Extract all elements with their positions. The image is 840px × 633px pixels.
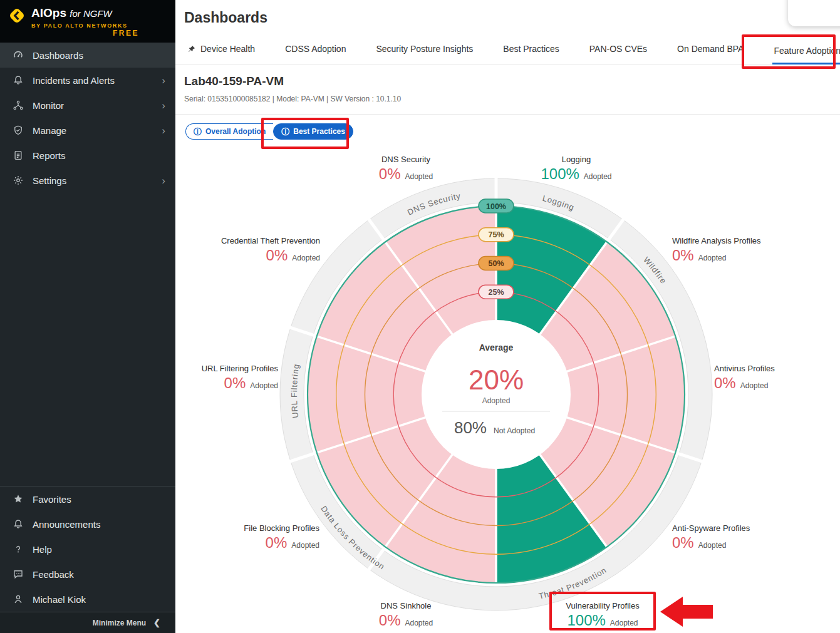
center-adopted-label: Adopted (482, 396, 511, 405)
sidebar-item-label: Announcements (33, 519, 100, 530)
chevron-right-icon: › (162, 175, 165, 186)
question-icon (13, 543, 24, 555)
tab-pan-os-cves[interactable]: PAN-OS CVEs (588, 44, 648, 64)
tab-on-demand-bpa[interactable]: On Demand BPA (676, 44, 745, 64)
sidebar-item-settings[interactable]: Settings› (0, 168, 175, 193)
device-meta: Serial: 015351000085182 | Model: PA-VM |… (184, 95, 840, 103)
page-title: Dashboards (184, 9, 840, 26)
tab-label: Best Practices (503, 44, 559, 54)
ring-tick-badge: 100% (479, 199, 514, 213)
adoption-wheel: DNS SecurityLoggingWildfireThreat Preven… (175, 148, 840, 633)
tab-cdss-adoption[interactable]: CDSS Adoption (284, 44, 347, 64)
tab-bar: Device HealthCDSS AdoptionSecurity Postu… (175, 34, 840, 64)
chevron-left-icon: ❮ (153, 618, 160, 627)
tab-label: PAN-OS CVEs (589, 44, 647, 54)
chevron-right-icon: › (162, 75, 165, 86)
tab-feature-adoption[interactable]: Feature Adoption (772, 46, 840, 64)
ring-tick-badge: 75% (479, 228, 514, 242)
user-icon (13, 594, 24, 605)
sidebar-item-label: Favorites (33, 494, 71, 505)
sidebar-item-label: Incidents and Alerts (33, 75, 115, 86)
sidebar: AIOps for NGFW BY PALO ALTO NETWORKS FRE… (0, 0, 175, 633)
sidebar-nav: DashboardsIncidents and Alerts›Monitor›M… (0, 43, 175, 193)
bell-icon (13, 75, 24, 86)
sidebar-item-announcements[interactable]: Announcements (0, 512, 175, 537)
tab-label: On Demand BPA (677, 44, 744, 54)
pin-icon (187, 44, 196, 54)
sidebar-footer-nav: FavoritesAnnouncementsHelpFeedbackMichae… (0, 486, 175, 612)
star-icon (13, 493, 24, 505)
sidebar-item-michael-kiok[interactable]: Michael Kiok (0, 587, 175, 612)
sidebar-item-label: Reports (33, 150, 66, 161)
tab-label: Device Health (200, 44, 255, 54)
svg-text:100%: 100% (486, 202, 506, 211)
view-toggle: ⓘOverall AdoptionⓘBest Practices (185, 123, 353, 140)
sidebar-item-label: Monitor (33, 100, 64, 111)
center-adopted-value: 20% (469, 364, 524, 395)
app-logo: AIOps for NGFW BY PALO ALTO NETWORKS FRE… (0, 0, 175, 43)
gear-icon (13, 175, 24, 186)
dashboard-icon (13, 49, 24, 61)
info-icon: ⓘ (194, 128, 202, 136)
tab-best-practices[interactable]: Best Practices (502, 44, 560, 64)
toggle-overall-adoption[interactable]: ⓘOverall Adoption (185, 123, 273, 140)
sidebar-item-manage[interactable]: Manage› (0, 118, 175, 143)
document-icon (13, 150, 24, 161)
sidebar-item-label: Feedback (33, 569, 74, 580)
sidebar-item-label: Dashboards (33, 50, 83, 61)
brand-subtitle: BY PALO ALTO NETWORKS (31, 23, 128, 29)
toggle-label: Overall Adoption (205, 127, 266, 136)
toggle-label: Best Practices (293, 127, 345, 136)
sidebar-item-label: Help (33, 544, 52, 555)
bell-icon (13, 518, 24, 530)
info-icon: ⓘ (281, 128, 289, 136)
free-badge: FREE (113, 29, 139, 38)
sidebar-item-help[interactable]: Help (0, 537, 175, 562)
toggle-best-practices[interactable]: ⓘBest Practices (273, 123, 353, 140)
sidebar-item-feedback[interactable]: Feedback (0, 562, 175, 587)
tab-device-health[interactable]: Device Health (185, 44, 256, 64)
ring-tick-badge: 25% (479, 285, 514, 299)
popup-card (788, 0, 840, 26)
tab-label: Security Posture Insights (376, 44, 473, 54)
minimize-menu-label: Minimize Menu (93, 619, 146, 627)
hierarchy-icon (13, 100, 24, 111)
chat-icon (13, 569, 24, 580)
sidebar-item-reports[interactable]: Reports (0, 143, 175, 168)
tab-label: Feature Adoption (774, 46, 840, 56)
feature-adoption-chart: DNS SecurityLoggingWildfireThreat Preven… (175, 148, 840, 633)
svg-text:75%: 75% (488, 230, 504, 239)
ring-tick-badge: 50% (479, 257, 514, 270)
sidebar-item-favorites[interactable]: Favorites (0, 486, 175, 512)
device-section: Lab40-159-PA-VM Serial: 015351000085182 … (175, 64, 840, 115)
sidebar-item-label: Manage (33, 125, 66, 136)
chevron-right-icon: › (162, 125, 165, 136)
svg-text:50%: 50% (488, 259, 504, 268)
chevron-right-icon: › (162, 100, 165, 111)
tab-label: CDSS Adoption (285, 44, 346, 54)
main-content: Dashboards Device HealthCDSS AdoptionSec… (175, 0, 840, 633)
device-name: Lab40-159-PA-VM (184, 75, 840, 88)
sidebar-item-label: Settings (33, 175, 66, 186)
brand-title: AIOps for NGFW (31, 6, 128, 21)
center-notadopted-value: 80% (454, 418, 487, 437)
minimize-menu-button[interactable]: Minimize Menu ❮ (0, 612, 175, 633)
app-window: AIOps for NGFW BY PALO ALTO NETWORKS FRE… (0, 0, 840, 633)
sidebar-item-incidents-and-alerts[interactable]: Incidents and Alerts› (0, 68, 175, 93)
sidebar-item-monitor[interactable]: Monitor› (0, 93, 175, 118)
svg-text:25%: 25% (488, 288, 504, 297)
shield-icon (13, 125, 24, 136)
sidebar-item-dashboards[interactable]: Dashboards (0, 43, 175, 68)
panw-logo-icon (8, 6, 26, 43)
center-average-label: Average (479, 342, 514, 353)
sidebar-item-label: Michael Kiok (33, 594, 86, 605)
center-notadopted-label: Not Adopted (494, 426, 535, 435)
tab-security-posture-insights[interactable]: Security Posture Insights (375, 44, 474, 64)
